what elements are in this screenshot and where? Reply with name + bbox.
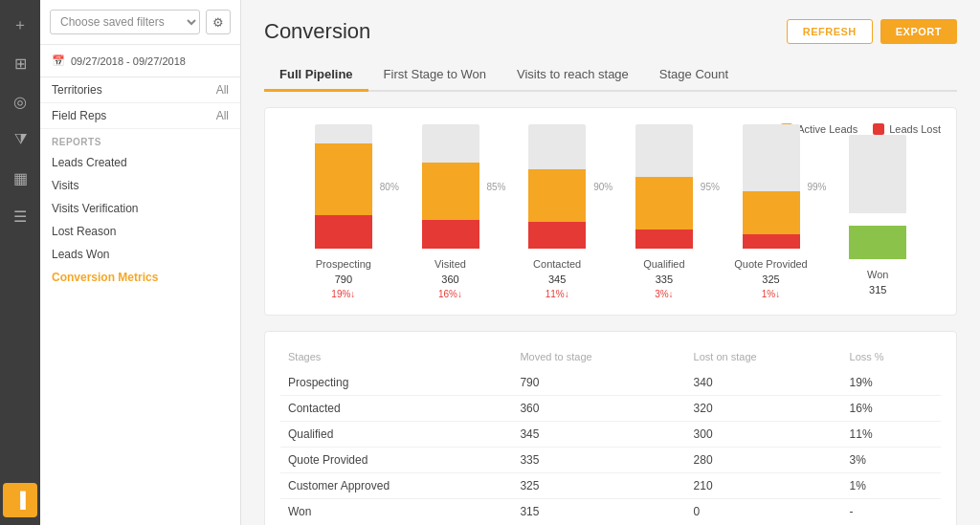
sidebar-filter-row: Choose saved filters ⚙ (40, 0, 240, 45)
bar-pct-visited: 85% (486, 182, 505, 192)
conversion-table: Stages Moved to stage Lost on stage Loss… (280, 347, 941, 524)
page-title: Conversion (264, 19, 370, 44)
bar-label-contacted: Contacted (533, 258, 581, 270)
bar-label-qualified: Qualified (643, 258, 684, 270)
sidebar-item-visits-verification[interactable]: Visits Verification (52, 197, 229, 220)
sidebar-item-conversion-metrics[interactable]: Conversion Metrics (52, 266, 229, 289)
tabs-bar: Full Pipeline First Stage to Won Visits … (264, 59, 957, 92)
chart-card: Active Leads Leads Lost 80% Prospecting (264, 107, 957, 316)
bar-count-visited: 360 (441, 273, 458, 285)
sidebar: Choose saved filters ⚙ 📅 09/27/2018 - 09… (40, 0, 241, 525)
col-header-lost: Lost on stage (686, 347, 842, 370)
field-reps-label: Field Reps (52, 109, 106, 122)
col-header-moved: Moved to stage (512, 347, 685, 370)
sidebar-item-leads-won[interactable]: Leads Won (52, 243, 229, 266)
bar-pct-qualified: 95% (701, 182, 720, 192)
saved-filters-select[interactable]: Choose saved filters (50, 10, 200, 34)
cell-lost: 280 (686, 448, 842, 473)
cell-stage: Won (280, 499, 512, 525)
tab-first-stage-to-won[interactable]: First Stage to Won (368, 59, 501, 92)
bar-count-contacted: 345 (548, 273, 566, 285)
sidebar-item-lost-reason[interactable]: Lost Reason (52, 220, 229, 243)
cell-pct: 1% (842, 473, 941, 499)
tab-full-pipeline[interactable]: Full Pipeline (264, 59, 368, 92)
calendar-icon[interactable]: ▦ (3, 161, 37, 195)
bar-group-prospecting: 80% Prospecting 790 19%↓ (290, 124, 397, 299)
tab-stage-count[interactable]: Stage Count (644, 59, 744, 92)
bar-container-quote-provided: 99% (743, 124, 800, 249)
bar-group-won: Won 315 (824, 135, 931, 299)
sidebar-item-visits[interactable]: Visits (52, 174, 229, 197)
bar-yellow-visited (422, 163, 479, 220)
bar-yellow-quote-provided (743, 191, 800, 234)
bar-count-qualified: 335 (656, 273, 673, 285)
bar-label-visited: Visited (434, 258, 466, 270)
bar-group-contacted: 90% Contacted 345 11%↓ (503, 124, 611, 299)
date-range-text: 09/27/2018 - 09/27/2018 (71, 55, 186, 67)
tab-visits-to-reach-stage[interactable]: Visits to reach stage (501, 59, 644, 92)
cell-lost: 0 (686, 499, 842, 525)
sidebar-item-leads-created[interactable]: Leads Created (52, 151, 229, 174)
cell-pct: 19% (842, 370, 941, 396)
cell-stage: Contacted (280, 396, 512, 422)
export-button[interactable]: EXPORT (880, 19, 957, 44)
cell-lost: 340 (686, 370, 842, 396)
bar-bg-won (849, 135, 906, 213)
cell-lost: 320 (686, 396, 842, 422)
table-card: Stages Moved to stage Lost on stage Loss… (264, 331, 957, 525)
cell-moved: 325 (512, 473, 685, 499)
bar-label-quote-provided: Quote Provided (734, 258, 807, 270)
header-buttons: REFRESH EXPORT (787, 19, 957, 44)
bar-pct-down-qualified: 3%↓ (655, 289, 673, 299)
table-row: Qualified34530011% (280, 422, 941, 448)
bar-stack-visited (422, 163, 479, 249)
bar-red-quote-provided (743, 234, 800, 249)
bar-pct-contacted: 90% (593, 182, 612, 192)
cell-lost: 300 (686, 422, 842, 448)
gear-icon[interactable]: ⚙ (206, 10, 231, 34)
cell-stage: Qualified (280, 422, 512, 448)
table-row: Contacted36032016% (280, 396, 941, 422)
cell-moved: 790 (512, 370, 685, 396)
bar-group-visited: 85% Visited 360 16%↓ (397, 124, 504, 299)
bar-pct-quote-provided: 99% (808, 182, 827, 192)
table-row: Won3150- (280, 499, 941, 525)
bar-yellow-contacted (528, 169, 586, 222)
filter-icon[interactable]: ⧩ (3, 122, 37, 157)
table-header-row: Stages Moved to stage Lost on stage Loss… (280, 347, 941, 370)
bar-red-qualified (635, 230, 693, 249)
bar-container-contacted: 90% (528, 124, 586, 249)
bar-pct-down-contacted: 11%↓ (546, 289, 569, 299)
cell-moved: 335 (512, 448, 685, 473)
bar-container-won (849, 135, 906, 259)
cell-stage: Prospecting (280, 370, 512, 396)
bar-group-qualified: 95% Qualified 335 3%↓ (611, 124, 718, 299)
doc-icon[interactable]: ☰ (3, 199, 37, 233)
bar-count-won: 315 (869, 284, 886, 295)
bar-chart: 80% Prospecting 790 19%↓ 85% Visited 360 (280, 146, 941, 299)
territories-label: Territories (52, 83, 102, 97)
territories-value: All (216, 83, 229, 97)
bar-pct-prospecting: 80% (380, 182, 399, 192)
refresh-button[interactable]: REFRESH (787, 19, 873, 44)
grid-icon[interactable]: ⊞ (3, 46, 37, 80)
bar-count-prospecting: 790 (335, 273, 352, 285)
bar-stack-qualified (635, 177, 693, 249)
leads-lost-label: Leads Lost (889, 123, 941, 135)
location-icon[interactable]: ◎ (3, 84, 37, 119)
bar-stack-quote-provided (743, 191, 800, 249)
bar-container-qualified: 95% (635, 124, 693, 249)
icon-bar: ＋ ⊞ ◎ ⧩ ▦ ☰ ▐ (0, 0, 40, 525)
bar-group-quote-provided: 99% Quote Provided 325 1%↓ (718, 124, 825, 299)
cell-moved: 360 (512, 396, 685, 422)
territories-row: Territories All (40, 77, 240, 103)
bar-stack-prospecting (315, 143, 372, 249)
cell-moved: 345 (512, 422, 685, 448)
bar-container-prospecting: 80% (315, 124, 372, 249)
plus-icon[interactable]: ＋ (3, 8, 37, 42)
bar-yellow-qualified (635, 177, 693, 230)
bar-green-won (849, 226, 906, 259)
main-content: Conversion REFRESH EXPORT Full Pipeline … (241, 0, 980, 525)
chart-icon[interactable]: ▐ (3, 483, 37, 517)
bar-stack-won (849, 226, 906, 259)
